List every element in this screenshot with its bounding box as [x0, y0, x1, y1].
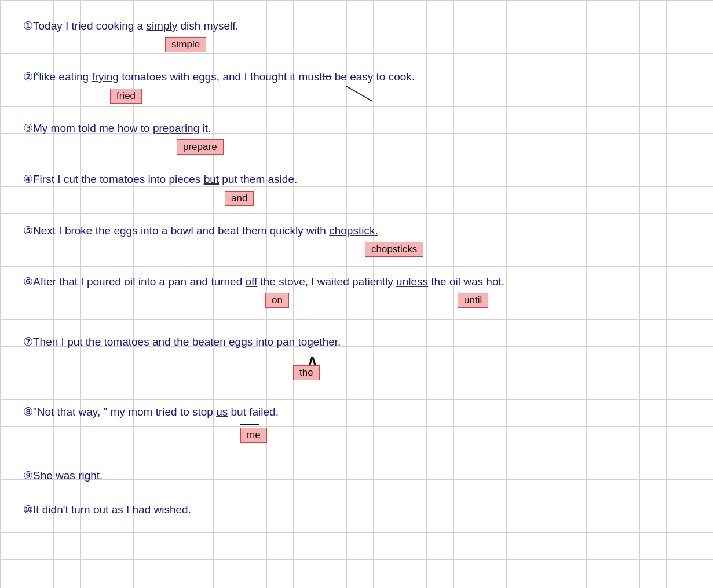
s6-text: ⑥After that I poured oil into a pan and …	[23, 275, 504, 288]
s8-strikethrough	[240, 424, 259, 425]
s8-num: ⑧	[23, 406, 33, 418]
s3-num: ③	[23, 122, 33, 134]
s4-correction: and	[225, 191, 254, 206]
s5-num: ⑤	[23, 225, 33, 237]
s7-num: ⑦	[23, 336, 33, 348]
s3-correction: prepare	[177, 139, 224, 155]
s6-error2: unless	[396, 275, 428, 288]
s8-text: ⑧"Not that way, " my mom tried to stop u…	[23, 406, 279, 418]
s2-num: ②	[23, 71, 33, 83]
s6-num: ⑥	[23, 275, 33, 288]
s7-correction: the	[293, 365, 320, 380]
s1-correction: simple	[165, 37, 206, 52]
sentence-5: ⑤Next I broke the eggs into a bowl and b…	[23, 222, 690, 257]
sentence-4: ④First I cut the tomatoes into pieces bu…	[23, 171, 690, 205]
s1-error: simply	[146, 20, 177, 32]
s5-error: chopstick.	[329, 225, 378, 237]
s2-error: frying	[92, 71, 118, 83]
s8-correction: me	[240, 428, 267, 443]
s1-num: ①	[23, 20, 33, 32]
s10-num: ⑩	[23, 504, 33, 516]
s7-text: ⑦Then I put the tomatoes and the beaten …	[23, 336, 341, 348]
s9-text: ⑨She was right.	[23, 469, 103, 482]
s6-error1: off	[246, 275, 258, 288]
s2-correction: fried	[110, 89, 142, 104]
sentence-7: ⑦Then I put the tomatoes and the beaten …	[23, 333, 690, 387]
s6-correction2: until	[458, 293, 488, 308]
s10-text: ⑩It didn't turn out as I had wished.	[23, 504, 191, 516]
s5-text: ⑤Next I broke the eggs into a bowl and b…	[23, 225, 378, 237]
sentence-3: ③My mom told me how to preparing it. pre…	[23, 120, 690, 155]
s4-num: ④	[23, 173, 33, 185]
s9-num: ⑨	[23, 469, 33, 482]
s1-text: ①Today I tried cooking a simply dish mys…	[23, 20, 239, 32]
sentence-9: ⑨She was right.	[23, 467, 690, 484]
sentence-10: ⑩It didn't turn out as I had wished.	[23, 501, 690, 519]
s4-error: but	[204, 173, 219, 185]
sentence-1: ①Today I tried cooking a simply dish mys…	[23, 17, 690, 52]
sentence-8: ⑧"Not that way, " my mom tried to stop u…	[23, 403, 690, 451]
sentence-6: ⑥After that I poured oil into a pan and …	[23, 273, 690, 317]
s8-error: us	[216, 406, 228, 418]
s5-correction: chopsticks	[365, 242, 423, 257]
s3-error: preparing	[153, 122, 199, 134]
s6-correction1: on	[265, 293, 289, 308]
s4-text: ④First I cut the tomatoes into pieces bu…	[23, 173, 297, 185]
sentence-2: × ②I like eating frying tomatoes with eg…	[23, 68, 690, 103]
s2-text: ②I like eating frying tomatoes with eggs…	[23, 71, 415, 83]
s3-text: ③My mom told me how to preparing it.	[23, 122, 211, 134]
